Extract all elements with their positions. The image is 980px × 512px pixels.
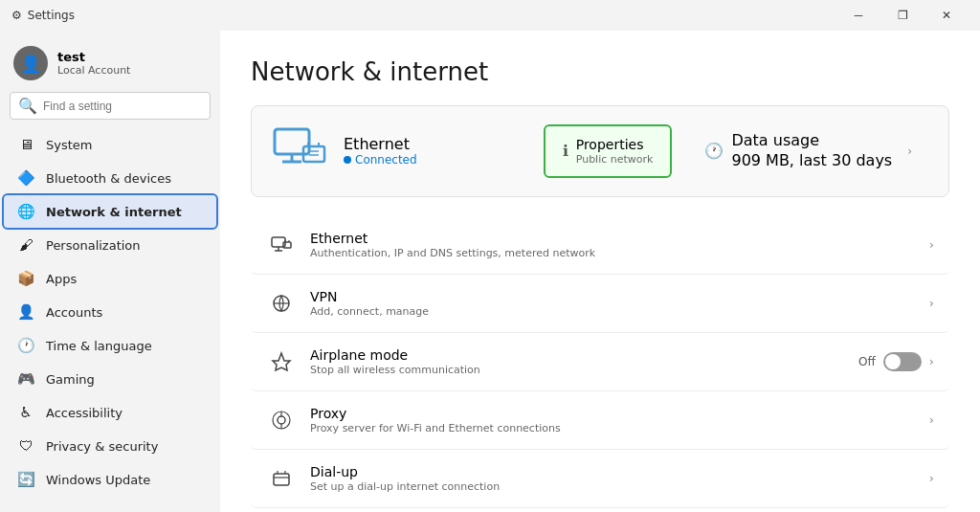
avatar-icon: 👤: [20, 54, 41, 74]
sidebar-label-apps: Apps: [46, 272, 77, 286]
sidebar-item-system[interactable]: 🖥 System: [4, 128, 216, 161]
search-input[interactable]: [43, 100, 202, 113]
chevron-proxy: ›: [929, 412, 934, 427]
setting-title-vpn: VPN: [310, 289, 929, 304]
chevron-ethernet: ›: [929, 237, 934, 252]
sidebar-label-system: System: [46, 138, 92, 152]
sidebar-item-privacy[interactable]: 🛡 Privacy & security: [4, 430, 216, 462]
properties-icon: ℹ: [563, 142, 568, 160]
sidebar: 👤 test Local Account 🔍 🖥 System 🔷 Blueto…: [0, 31, 220, 512]
setting-right-proxy: ›: [929, 412, 934, 427]
sidebar-label-time: Time & language: [46, 339, 152, 353]
setting-right-airplane: Off ›: [858, 352, 934, 371]
ethernet-info: Ethernet Connected: [344, 135, 528, 167]
sidebar-label-gaming: Gaming: [46, 372, 95, 387]
title-bar-controls[interactable]: ─ ❐ ✕: [836, 0, 969, 31]
data-usage-button[interactable]: 🕐 Data usage 909 MB, last 30 days ›: [687, 122, 929, 181]
setting-row-dialup[interactable]: Dial-up Set up a dial-up internet connec…: [251, 450, 949, 508]
sidebar-item-personalization[interactable]: 🖌 Personalization: [4, 229, 216, 261]
properties-text: Properties Public network: [576, 136, 654, 167]
setting-icon-vpn: [266, 288, 297, 319]
sidebar-item-network[interactable]: 🌐 Network & internet: [4, 195, 216, 228]
setting-title-airplane: Airplane mode: [310, 347, 858, 363]
airplane-toggle[interactable]: [883, 352, 922, 371]
setting-text-vpn: VPN Add, connect, manage: [310, 289, 929, 318]
airplane-toggle-label: Off: [858, 355, 876, 368]
sidebar-item-gaming[interactable]: 🎮 Gaming: [4, 363, 216, 395]
eth-status: Connected: [344, 153, 528, 167]
eth-title: Ethernet: [344, 135, 528, 153]
sidebar-label-accounts: Accounts: [46, 305, 102, 320]
maximize-button[interactable]: ❐: [880, 0, 924, 31]
page-title: Network & internet: [251, 57, 949, 86]
svg-rect-20: [274, 474, 289, 485]
settings-icon: ⚙: [11, 9, 22, 22]
setting-row-vpn[interactable]: VPN Add, connect, manage ›: [251, 275, 949, 333]
setting-text-ethernet: Ethernet Authentication, IP and DNS sett…: [310, 231, 929, 259]
sidebar-item-update[interactable]: 🔄 Windows Update: [4, 463, 216, 496]
accessibility-icon: ♿: [17, 404, 34, 421]
eth-status-label: Connected: [355, 153, 417, 167]
data-usage-label: Data usage: [731, 131, 892, 151]
sidebar-item-bluetooth[interactable]: 🔷 Bluetooth & devices: [4, 162, 216, 194]
svg-point-16: [278, 416, 285, 424]
sidebar-label-privacy: Privacy & security: [46, 439, 158, 454]
bluetooth-icon: 🔷: [17, 169, 34, 187]
properties-label: Properties: [576, 136, 654, 153]
setting-right-vpn: ›: [929, 296, 934, 310]
setting-sub-dialup: Set up a dial-up internet connection: [310, 480, 929, 493]
user-info: test Local Account: [57, 50, 130, 77]
sidebar-label-personalization: Personalization: [46, 238, 141, 253]
setting-row-airplane[interactable]: Airplane mode Stop all wireless communic…: [251, 333, 949, 391]
user-name: test: [57, 50, 130, 64]
system-icon: 🖥: [17, 136, 34, 153]
sidebar-nav: 🖥 System 🔷 Bluetooth & devices 🌐 Network…: [0, 127, 220, 497]
main-content: Network & internet Ether: [220, 31, 980, 512]
title-bar: ⚙ Settings ─ ❐ ✕: [0, 0, 980, 31]
setting-right-dialup: ›: [929, 471, 934, 485]
apps-icon: 📦: [17, 270, 34, 287]
setting-text-proxy: Proxy Proxy server for Wi-Fi and Etherne…: [310, 406, 929, 434]
network-icon: 🌐: [17, 203, 34, 220]
setting-right-ethernet: ›: [929, 237, 934, 252]
minimize-button[interactable]: ─: [836, 0, 880, 31]
chevron-vpn: ›: [929, 296, 934, 310]
search-icon: 🔍: [18, 97, 37, 115]
toggle-knob: [885, 354, 901, 369]
setting-icon-ethernet: [266, 230, 297, 260]
search-box[interactable]: 🔍: [10, 92, 211, 120]
data-usage-chevron: ›: [907, 145, 912, 158]
setting-icon-proxy: [266, 405, 297, 435]
sidebar-label-accessibility: Accessibility: [46, 406, 122, 420]
properties-button[interactable]: ℹ Properties Public network: [544, 124, 673, 178]
sidebar-user: 👤 test Local Account: [0, 31, 220, 92]
close-button[interactable]: ✕: [924, 0, 969, 31]
update-icon: 🔄: [17, 471, 34, 488]
sidebar-label-bluetooth: Bluetooth & devices: [46, 171, 171, 186]
settings-list: Ethernet Authentication, IP and DNS sett…: [251, 216, 949, 512]
sidebar-label-network: Network & internet: [46, 205, 182, 219]
setting-row-proxy[interactable]: Proxy Proxy server for Wi-Fi and Etherne…: [251, 391, 949, 450]
sidebar-item-time[interactable]: 🕐 Time & language: [4, 329, 216, 362]
setting-title-proxy: Proxy: [310, 406, 929, 421]
app-body: 👤 test Local Account 🔍 🖥 System 🔷 Blueto…: [0, 31, 980, 512]
data-usage-text: Data usage 909 MB, last 30 days: [731, 131, 892, 171]
setting-row-advanced[interactable]: Advanced network settings View all netwo…: [251, 508, 949, 512]
sidebar-item-apps[interactable]: 📦 Apps: [4, 262, 216, 295]
setting-sub-proxy: Proxy server for Wi-Fi and Ethernet conn…: [310, 422, 929, 434]
setting-row-ethernet[interactable]: Ethernet Authentication, IP and DNS sett…: [251, 216, 949, 275]
data-usage-icon: 🕐: [704, 142, 724, 160]
ethernet-banner: Ethernet Connected ℹ Properties Public n…: [251, 105, 949, 197]
setting-text-airplane: Airplane mode Stop all wireless communic…: [310, 347, 858, 376]
properties-sub: Public network: [576, 153, 654, 167]
accounts-icon: 👤: [17, 303, 34, 321]
eth-status-dot: [344, 156, 351, 164]
setting-sub-airplane: Stop all wireless communication: [310, 364, 858, 376]
sidebar-label-update: Windows Update: [46, 473, 150, 487]
privacy-icon: 🛡: [17, 437, 34, 455]
sidebar-item-accessibility[interactable]: ♿ Accessibility: [4, 396, 216, 429]
sidebar-item-accounts[interactable]: 👤 Accounts: [4, 296, 216, 328]
setting-text-dialup: Dial-up Set up a dial-up internet connec…: [310, 464, 929, 493]
gaming-icon: 🎮: [17, 370, 34, 388]
data-usage-sub: 909 MB, last 30 days: [731, 151, 892, 171]
